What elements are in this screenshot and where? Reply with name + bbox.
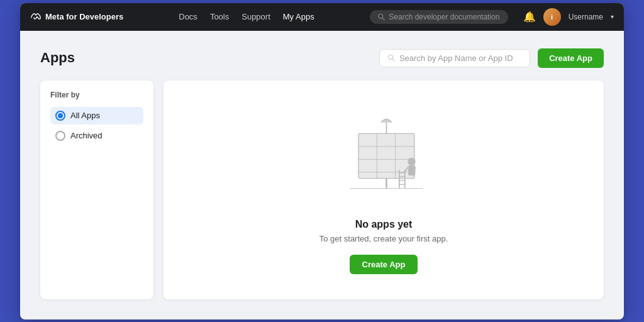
nav-myapps[interactable]: My Apps (283, 12, 314, 21)
radio-all-apps (55, 111, 65, 121)
svg-point-13 (408, 157, 415, 165)
filter-all-apps[interactable]: All Apps (50, 107, 143, 125)
header-actions: Create App (379, 48, 604, 68)
empty-state-subtitle: To get started, create your first app. (319, 234, 448, 243)
nav-tools[interactable]: Tools (210, 12, 229, 21)
content-area: Filter by All Apps Archived (40, 80, 604, 299)
nav-support[interactable]: Support (242, 12, 270, 21)
navbar-search-icon (377, 13, 386, 21)
svg-line-3 (392, 59, 394, 61)
app-search-input[interactable] (399, 53, 522, 63)
nav-links: Docs Tools Support My Apps (138, 12, 354, 21)
avatar-name: Username (569, 13, 603, 21)
brand-text: Meta for Developers (45, 12, 123, 21)
avatar: i (543, 8, 561, 26)
filter-title: Filter by (50, 91, 143, 99)
navbar-search-box[interactable] (370, 10, 508, 24)
create-app-button-top[interactable]: Create App (538, 48, 604, 68)
svg-rect-5 (358, 133, 414, 178)
filter-all-apps-label: All Apps (70, 111, 100, 120)
filter-panel: Filter by All Apps Archived (40, 80, 153, 299)
app-search-box[interactable] (379, 49, 530, 67)
brand-logo: Meta for Developers (30, 11, 123, 23)
svg-line-16 (414, 167, 415, 175)
navbar: Meta for Developers Docs Tools Support M… (20, 3, 624, 31)
empty-state-title: No apps yet (355, 219, 413, 230)
page-title: Apps (40, 50, 75, 66)
create-app-button-center[interactable]: Create App (350, 255, 418, 274)
chevron-down-icon[interactable]: ▾ (611, 13, 614, 20)
page-header: Apps Create App (40, 48, 604, 68)
nav-docs[interactable]: Docs (179, 12, 197, 21)
radio-archived (55, 131, 65, 141)
app-search-icon (387, 53, 396, 62)
filter-archived[interactable]: Archived (50, 127, 143, 145)
bell-icon[interactable]: 🔔 (523, 11, 536, 23)
navbar-search-input[interactable] (389, 13, 500, 21)
filter-archived-label: Archived (70, 131, 103, 140)
app-window: Meta for Developers Docs Tools Support M… (20, 3, 624, 319)
empty-illustration (327, 106, 440, 206)
radio-all-apps-fill (58, 113, 63, 118)
svg-line-1 (382, 18, 384, 19)
navbar-right: 🔔 i Username ▾ (523, 8, 614, 26)
meta-icon (30, 11, 42, 23)
main-panel: No apps yet To get started, create your … (164, 80, 604, 299)
main-content: Apps Create App Filter by (20, 31, 624, 319)
